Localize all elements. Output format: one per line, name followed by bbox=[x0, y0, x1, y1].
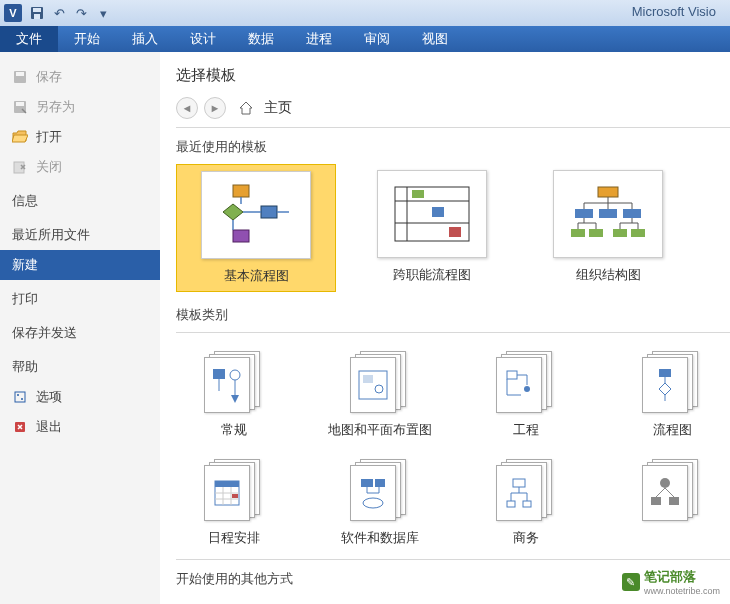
sidebar-options[interactable]: 选项 bbox=[0, 382, 160, 412]
title-bar: V ↶ ↷ ▾ Microsoft Visio bbox=[0, 0, 730, 26]
backstage-sidebar: 保存 另存为 打开 关闭 信息 最近所用文件 新建 打印 保存并发送 帮助 选项… bbox=[0, 52, 160, 604]
sidebar-recent[interactable]: 最近所用文件 bbox=[0, 216, 160, 250]
svg-point-31 bbox=[230, 370, 240, 380]
sidebar-label: 关闭 bbox=[36, 158, 62, 176]
svg-rect-20 bbox=[432, 207, 444, 217]
svg-rect-2 bbox=[34, 14, 40, 19]
template-org-chart[interactable]: 组织结构图 bbox=[528, 164, 688, 292]
category-maps[interactable]: 地图和平面布置图 bbox=[322, 343, 438, 439]
svg-rect-8 bbox=[15, 392, 25, 402]
category-schedule[interactable]: 日程安排 bbox=[176, 451, 292, 547]
sidebar-save[interactable]: 保存 bbox=[0, 62, 160, 92]
svg-rect-26 bbox=[571, 229, 585, 237]
template-thumb bbox=[201, 171, 311, 259]
tab-home[interactable]: 开始 bbox=[58, 26, 116, 52]
category-label: 软件和数据库 bbox=[341, 529, 419, 547]
qat-dropdown[interactable]: ▾ bbox=[93, 3, 113, 23]
breadcrumb-nav: ◄ ► 主页 bbox=[176, 97, 730, 119]
sidebar-print[interactable]: 打印 bbox=[0, 280, 160, 314]
divider bbox=[176, 559, 730, 560]
divider bbox=[176, 332, 730, 333]
app-title: Microsoft Visio bbox=[632, 4, 716, 19]
svg-rect-46 bbox=[375, 479, 385, 487]
template-thumb bbox=[553, 170, 663, 258]
category-label: 日程安排 bbox=[208, 529, 260, 547]
svg-rect-30 bbox=[213, 369, 225, 379]
sidebar-label: 打开 bbox=[36, 128, 62, 146]
undo-button[interactable]: ↶ bbox=[49, 3, 69, 23]
category-label: 地图和平面布置图 bbox=[328, 421, 432, 439]
sidebar-label: 新建 bbox=[12, 256, 38, 274]
sidebar-send[interactable]: 保存并发送 bbox=[0, 314, 160, 348]
sidebar-close[interactable]: 关闭 bbox=[0, 152, 160, 182]
category-label: 流程图 bbox=[653, 421, 692, 439]
sidebar-exit[interactable]: 退出 bbox=[0, 412, 160, 442]
svg-rect-22 bbox=[598, 187, 618, 197]
save-icon bbox=[12, 69, 28, 85]
svg-rect-28 bbox=[613, 229, 627, 237]
category-business[interactable]: 商务 bbox=[468, 451, 584, 547]
template-basic-flowchart[interactable]: 基本流程图 bbox=[176, 164, 336, 292]
svg-point-9 bbox=[17, 394, 19, 396]
svg-rect-27 bbox=[589, 229, 603, 237]
redo-button[interactable]: ↷ bbox=[71, 3, 91, 23]
sidebar-help[interactable]: 帮助 bbox=[0, 348, 160, 382]
category-label: 工程 bbox=[513, 421, 539, 439]
svg-rect-21 bbox=[449, 227, 461, 237]
options-icon bbox=[12, 389, 28, 405]
svg-rect-23 bbox=[575, 209, 593, 218]
category-label: 常规 bbox=[221, 421, 247, 439]
tab-review[interactable]: 审阅 bbox=[348, 26, 406, 52]
template-cross-functional[interactable]: 跨职能流程图 bbox=[352, 164, 512, 292]
ribbon-tabs: 文件 开始 插入 设计 数据 进程 审阅 视图 bbox=[0, 26, 730, 52]
category-flowchart[interactable]: 流程图 bbox=[614, 343, 730, 439]
svg-rect-33 bbox=[363, 375, 373, 383]
svg-rect-12 bbox=[233, 185, 249, 197]
template-label: 基本流程图 bbox=[224, 267, 289, 285]
sidebar-open[interactable]: 打开 bbox=[0, 122, 160, 152]
sidebar-label: 另存为 bbox=[36, 98, 75, 116]
svg-rect-35 bbox=[507, 371, 517, 379]
category-software[interactable]: 软件和数据库 bbox=[322, 451, 438, 547]
tab-insert[interactable]: 插入 bbox=[116, 26, 174, 52]
content-panel: 选择模板 ◄ ► 主页 最近使用的模板 bbox=[160, 52, 730, 604]
svg-rect-39 bbox=[215, 481, 239, 487]
template-label: 组织结构图 bbox=[576, 266, 641, 284]
category-row-1: 常规 地图和平面布置图 工程 流程图 bbox=[176, 343, 730, 439]
svg-rect-37 bbox=[659, 369, 671, 377]
template-thumb bbox=[377, 170, 487, 258]
svg-rect-1 bbox=[33, 8, 41, 12]
svg-point-36 bbox=[524, 386, 530, 392]
tab-process[interactable]: 进程 bbox=[290, 26, 348, 52]
sidebar-info[interactable]: 信息 bbox=[0, 182, 160, 216]
svg-rect-13 bbox=[261, 206, 277, 218]
tab-design[interactable]: 设计 bbox=[174, 26, 232, 52]
svg-rect-29 bbox=[631, 229, 645, 237]
page-title: 选择模板 bbox=[176, 66, 730, 85]
divider bbox=[176, 127, 730, 128]
app-icon: V bbox=[4, 4, 22, 22]
svg-rect-14 bbox=[233, 230, 249, 242]
main-area: 保存 另存为 打开 关闭 信息 最近所用文件 新建 打印 保存并发送 帮助 选项… bbox=[0, 52, 730, 604]
category-general[interactable]: 常规 bbox=[176, 343, 292, 439]
nav-forward-button[interactable]: ► bbox=[204, 97, 226, 119]
svg-rect-6 bbox=[16, 102, 24, 106]
home-icon bbox=[238, 100, 254, 116]
svg-rect-49 bbox=[507, 501, 515, 507]
svg-rect-51 bbox=[651, 497, 661, 505]
watermark-icon: ✎ bbox=[622, 573, 640, 591]
svg-point-10 bbox=[21, 398, 23, 400]
nav-back-button[interactable]: ◄ bbox=[176, 97, 198, 119]
svg-rect-24 bbox=[599, 209, 617, 218]
svg-rect-45 bbox=[361, 479, 373, 487]
tab-view[interactable]: 视图 bbox=[406, 26, 464, 52]
tab-file[interactable]: 文件 bbox=[0, 26, 58, 52]
save-qat-button[interactable] bbox=[27, 3, 47, 23]
category-network[interactable] bbox=[614, 451, 730, 547]
category-engineering[interactable]: 工程 bbox=[468, 343, 584, 439]
breadcrumb-home[interactable]: 主页 bbox=[264, 99, 292, 117]
sidebar-saveas[interactable]: 另存为 bbox=[0, 92, 160, 122]
sidebar-label: 选项 bbox=[36, 388, 62, 406]
tab-data[interactable]: 数据 bbox=[232, 26, 290, 52]
sidebar-new[interactable]: 新建 bbox=[0, 250, 160, 280]
